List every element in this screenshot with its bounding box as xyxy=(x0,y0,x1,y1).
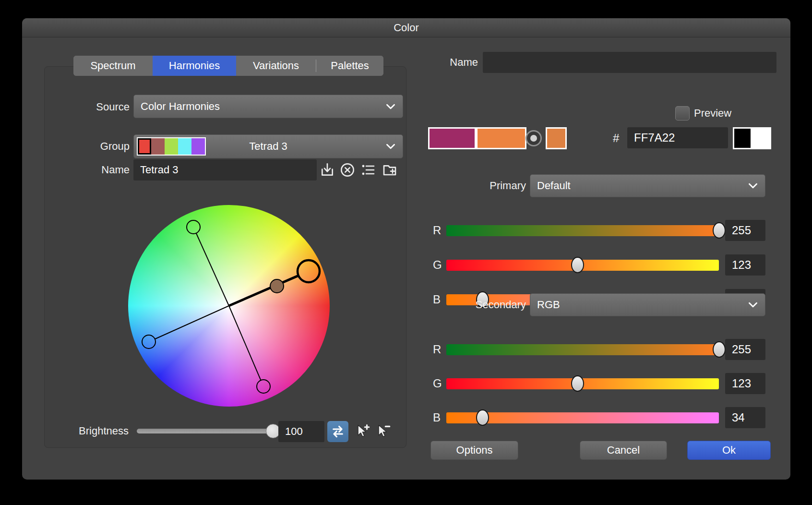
primary-b-label: B xyxy=(433,293,441,306)
primary-r-knob[interactable] xyxy=(713,222,726,239)
list-icon xyxy=(360,162,376,178)
radio-dot xyxy=(530,135,537,142)
secondary-r-knob[interactable] xyxy=(713,341,726,358)
tab-spectrum-label: Spectrum xyxy=(90,60,135,72)
secondary-b-knob[interactable] xyxy=(476,409,489,426)
source-label: Source xyxy=(72,101,130,113)
ok-button[interactable]: Ok xyxy=(687,441,771,460)
group-value: Tetrad 3 xyxy=(134,140,403,153)
black-swatch[interactable] xyxy=(733,127,752,149)
primary-g-slider[interactable] xyxy=(446,260,719,271)
primary-g-label: G xyxy=(433,258,442,272)
secondary-b-value[interactable] xyxy=(725,407,765,428)
primary-g-knob[interactable] xyxy=(571,257,584,273)
white-swatch[interactable] xyxy=(752,127,771,149)
primary-r-value[interactable] xyxy=(725,220,765,241)
secondary-r-slider[interactable] xyxy=(446,344,719,355)
secondary-r-value[interactable] xyxy=(725,339,765,360)
tab-harmonies[interactable]: Harmonies xyxy=(153,56,236,76)
add-harmony-color-button[interactable] xyxy=(354,423,371,440)
palette-name-input[interactable] xyxy=(133,159,317,180)
previous-color-swatch[interactable] xyxy=(428,127,476,149)
chevron-down-icon xyxy=(384,100,397,113)
import-palette-button[interactable] xyxy=(319,161,336,179)
swap-colors-button[interactable] xyxy=(327,421,348,442)
harmony-color-marker[interactable] xyxy=(142,335,155,349)
secondary-mode-value: RGB xyxy=(530,299,560,311)
secondary-b-slider[interactable] xyxy=(446,412,719,423)
secondary-r-label: R xyxy=(433,343,441,356)
cancel-button-label: Cancel xyxy=(607,444,640,457)
cancel-button[interactable]: Cancel xyxy=(580,441,667,460)
chevron-down-icon xyxy=(747,299,759,311)
group-label: Group xyxy=(72,140,130,153)
titlebar[interactable]: Color xyxy=(22,18,790,37)
options-button[interactable]: Options xyxy=(430,441,518,460)
source-value: Color Harmonies xyxy=(134,100,220,113)
secondary-g-value[interactable] xyxy=(725,373,765,394)
source-dropdown[interactable]: Color Harmonies xyxy=(133,95,403,118)
tab-variations-label: Variations xyxy=(253,60,299,72)
add-folder-button[interactable] xyxy=(381,161,398,179)
selected-color-marker[interactable] xyxy=(298,260,320,282)
cursor-minus-icon xyxy=(375,423,392,440)
harmony-color-marker[interactable] xyxy=(257,380,270,393)
tab-spectrum[interactable]: Spectrum xyxy=(73,56,153,76)
primary-mode-dropdown[interactable]: Default xyxy=(530,174,765,197)
palette-name-label: Name xyxy=(72,164,130,176)
options-button-label: Options xyxy=(456,444,493,457)
hex-input[interactable] xyxy=(627,127,728,148)
secondary-g-knob[interactable] xyxy=(571,375,584,392)
delete-palette-button[interactable] xyxy=(339,161,356,179)
ok-button-label: Ok xyxy=(722,444,736,457)
palette-list-button[interactable] xyxy=(359,161,377,179)
brightness-label: Brightness xyxy=(56,425,129,437)
cursor-plus-icon xyxy=(355,423,371,440)
color-name-label: Name xyxy=(420,56,478,69)
tab-bar: Spectrum Harmonies Variations Palettes xyxy=(73,56,383,76)
tab-harmonies-label: Harmonies xyxy=(169,60,220,72)
compare-color-swatch[interactable] xyxy=(546,127,567,149)
tab-palettes[interactable]: Palettes xyxy=(316,56,383,76)
secondary-label: Secondary xyxy=(444,299,526,311)
preview-label: Preview xyxy=(694,107,731,120)
primary-r-label: R xyxy=(433,224,441,237)
primary-g-value[interactable] xyxy=(725,254,765,276)
import-icon xyxy=(320,162,335,178)
primary-mode-value: Default xyxy=(530,180,571,192)
color-compare-radio[interactable] xyxy=(525,130,542,146)
brightness-slider[interactable] xyxy=(137,429,273,433)
brightness-value[interactable] xyxy=(278,421,324,442)
secondary-g-slider[interactable] xyxy=(446,378,719,389)
harmony-color-marker[interactable] xyxy=(187,220,200,234)
color-dialog: Color Spectrum Harmonies Variations Pale… xyxy=(22,18,790,480)
chevron-down-icon xyxy=(747,180,759,192)
preview-checkbox[interactable] xyxy=(675,106,690,120)
color-wheel[interactable] xyxy=(128,205,330,407)
current-color-swatch[interactable] xyxy=(476,127,526,149)
tab-palettes-label: Palettes xyxy=(331,60,369,72)
color-name-input[interactable] xyxy=(483,52,776,73)
remove-harmony-color-button[interactable] xyxy=(375,423,392,440)
harmony-markers[interactable] xyxy=(128,205,330,407)
secondary-b-label: B xyxy=(433,411,441,424)
primary-label: Primary xyxy=(454,180,526,192)
swap-arrows-icon xyxy=(331,424,345,439)
primary-r-slider[interactable] xyxy=(446,225,719,236)
folder-plus-icon xyxy=(382,162,397,178)
secondary-mode-dropdown[interactable]: RGB xyxy=(530,293,765,316)
close-circle-icon xyxy=(340,162,355,178)
hex-prefix: # xyxy=(613,132,619,144)
tab-variations[interactable]: Variations xyxy=(236,56,316,76)
group-dropdown[interactable]: Tetrad 3 xyxy=(133,134,403,158)
chevron-down-icon xyxy=(384,140,397,153)
secondary-g-label: G xyxy=(433,377,442,390)
screen: Color Spectrum Harmonies Variations Pale… xyxy=(0,0,812,505)
dialog-title: Color xyxy=(394,22,419,34)
harmony-midpoint-marker[interactable] xyxy=(270,279,284,293)
